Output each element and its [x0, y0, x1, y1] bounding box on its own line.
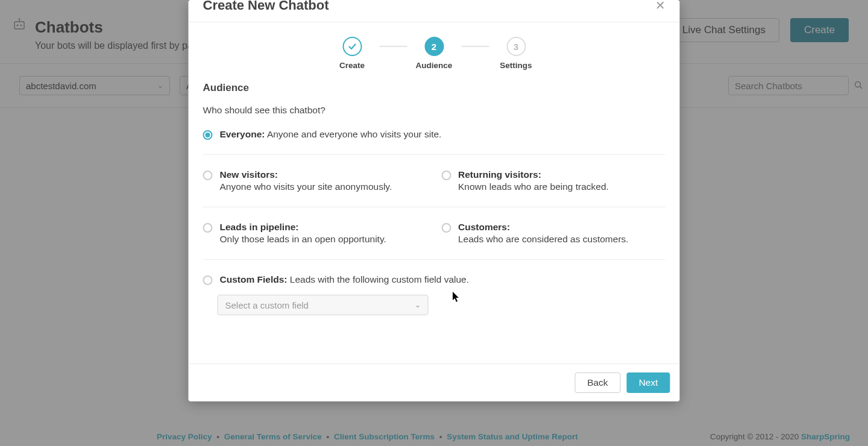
audience-question: Who should see this chatbot? [203, 105, 665, 116]
step-audience[interactable]: 2 Audience [407, 37, 461, 70]
modal-title: Create New Chatbot [203, 0, 329, 13]
step-create-circle [342, 37, 362, 56]
stepper: Create 2 Audience 3 Settings [203, 37, 665, 70]
step-create-label: Create [339, 61, 365, 70]
step-settings-label: Settings [500, 61, 532, 70]
radio-new-visitors-desc: Anyone who visits your site anonymously. [220, 181, 392, 192]
custom-field-select[interactable]: Select a custom field ⌄ [218, 295, 429, 315]
radio-new-visitors[interactable]: New visitors: Anyone who visits your sit… [203, 168, 427, 193]
close-icon[interactable]: ✕ [655, 0, 665, 13]
radio-custom-fields-input[interactable] [203, 275, 213, 285]
radio-leads-pipeline-label: Leads in pipeline: [220, 222, 299, 232]
stepper-line [379, 46, 407, 47]
radio-leads-pipeline-desc: Only those leads in an open opportunity. [220, 234, 386, 245]
radio-returning-visitors-desc: Known leads who are being tracked. [458, 181, 609, 192]
radio-returning-visitors-label: Returning visitors: [458, 169, 541, 180]
radio-customers-desc: Leads who are considered as customers. [458, 234, 629, 245]
step-audience-label: Audience [416, 61, 453, 70]
radio-everyone-label: Everyone: [220, 129, 265, 139]
radio-leads-pipeline-input[interactable] [203, 223, 213, 233]
radio-customers-label: Customers: [458, 222, 510, 232]
radio-custom-fields[interactable]: Custom Fields: Leads with the following … [203, 273, 665, 286]
stepper-line [461, 46, 489, 47]
radio-returning-visitors[interactable]: Returning visitors: Known leads who are … [441, 168, 665, 193]
step-settings-circle: 3 [506, 37, 526, 56]
radio-everyone-input[interactable] [203, 130, 213, 140]
radio-everyone-desc: Anyone and everyone who visits your site… [267, 129, 442, 139]
radio-new-visitors-input[interactable] [203, 171, 213, 180]
chevron-down-icon: ⌄ [415, 301, 421, 309]
next-button[interactable]: Next [627, 372, 670, 393]
radio-leads-pipeline[interactable]: Leads in pipeline: Only those leads in a… [203, 221, 427, 246]
radio-returning-visitors-input[interactable] [441, 171, 451, 180]
radio-customers[interactable]: Customers: Leads who are considered as c… [441, 221, 665, 246]
radio-custom-fields-desc: Leads with the following custom field va… [290, 274, 469, 284]
step-create[interactable]: Create [325, 37, 379, 70]
radio-custom-fields-label: Custom Fields: [220, 274, 288, 284]
step-settings[interactable]: 3 Settings [489, 37, 543, 70]
custom-field-select-placeholder: Select a custom field [225, 300, 309, 310]
create-chatbot-modal: Create New Chatbot ✕ Create 2 Audience 3… [189, 0, 680, 401]
step-audience-circle: 2 [424, 37, 444, 56]
radio-new-visitors-label: New visitors: [220, 169, 278, 180]
radio-everyone[interactable]: Everyone: Anyone and everyone who visits… [203, 128, 665, 141]
radio-customers-input[interactable] [441, 223, 451, 233]
back-button[interactable]: Back [574, 372, 620, 393]
section-title: Audience [203, 82, 665, 94]
